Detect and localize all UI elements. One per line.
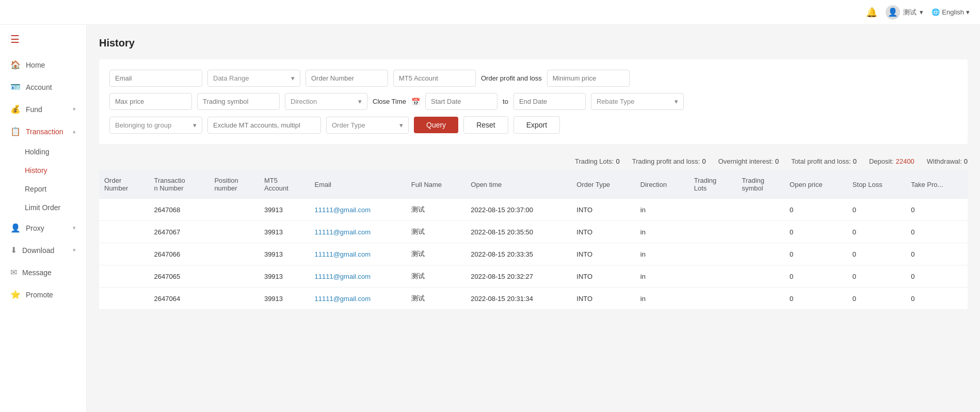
hamburger-icon[interactable]: ☰ — [0, 25, 86, 54]
datarange-chevron-icon: ▾ — [291, 74, 295, 82]
export-button[interactable]: Export — [513, 116, 560, 134]
mt5account-input[interactable] — [393, 70, 476, 87]
trading-profit-label: Trading profit and loss: — [632, 157, 700, 165]
sidebar-item-promote[interactable]: ⭐ Promote — [0, 283, 86, 306]
maxprice-input[interactable] — [109, 93, 192, 110]
col-take-profit: Take Pro... — [906, 170, 968, 199]
cell-email[interactable]: 11111@gmail.com — [310, 265, 406, 288]
language-selector[interactable]: 🌐 English ▾ — [931, 8, 970, 16]
sidebar-item-home[interactable]: 🏠 Home — [0, 54, 86, 76]
sidebar-item-limitorder[interactable]: Limit Order — [0, 198, 86, 217]
total-profit-label: Total profit and loss: — [791, 157, 851, 165]
fund-chevron-icon: ▾ — [73, 106, 76, 113]
sidebar-item-account[interactable]: 🪪 Account — [0, 76, 86, 98]
query-button[interactable]: Query — [414, 117, 458, 133]
cell-stop-loss: 0 — [847, 221, 906, 243]
tradingsymbol-input[interactable] — [197, 93, 280, 110]
datarange-label: Data Range — [213, 74, 249, 82]
col-open-price: Open price — [784, 170, 847, 199]
cell-open-price: 0 — [784, 288, 847, 310]
cell-email[interactable]: 11111@gmail.com — [310, 199, 406, 221]
proxy-icon: 👤 — [10, 223, 21, 233]
order-profit-loss-label: Order profit and loss — [481, 74, 542, 82]
cell-order-number — [99, 265, 149, 288]
cell-open-price: 0 — [784, 243, 847, 265]
sidebar-item-holding[interactable]: Holding — [0, 142, 86, 161]
user-menu[interactable]: 👤 测试 ▾ — [886, 5, 923, 20]
cell-open-price: 0 — [784, 221, 847, 243]
cell-order-type: INTO — [571, 288, 635, 310]
sidebar-item-download[interactable]: ⬇ Download ▾ — [0, 239, 86, 261]
sidebar-item-proxy[interactable]: 👤 Proxy ▾ — [0, 217, 86, 239]
sidebar-item-history[interactable]: History — [0, 161, 86, 180]
filter-row-1: Data Range ▾ Order profit and loss — [109, 70, 957, 87]
direction-select[interactable]: Direction ▾ — [285, 93, 367, 110]
stats-row: Trading Lots: 0 Trading profit and loss:… — [99, 152, 968, 170]
cell-email[interactable]: 11111@gmail.com — [310, 243, 406, 265]
ordertype-chevron-icon: ▾ — [399, 121, 403, 129]
excludemt-input[interactable] — [207, 117, 321, 134]
download-icon: ⬇ — [10, 245, 17, 255]
cell-stop-loss: 0 — [847, 243, 906, 265]
cell-trading-lots — [689, 199, 737, 221]
reset-button[interactable]: Reset — [463, 116, 508, 134]
startdate-input[interactable] — [425, 93, 497, 110]
rebatetype-chevron-icon: ▾ — [674, 98, 678, 105]
filter-row-3: Belonging to group ▾ Order Type ▾ Query … — [109, 116, 957, 134]
overnight-label: Overnight interest: — [718, 157, 773, 165]
cell-trading-symbol — [736, 288, 784, 310]
cell-mt5-account: 39913 — [259, 199, 310, 221]
sidebar-item-fund[interactable]: 💰 Fund ▾ — [0, 98, 86, 120]
withdrawal-label: Withdrawal: — [927, 157, 962, 165]
calendar-icon[interactable]: 📅 — [411, 98, 420, 106]
cell-mt5-account: 39913 — [259, 243, 310, 265]
cell-trading-lots — [689, 221, 737, 243]
cell-email[interactable]: 11111@gmail.com — [310, 221, 406, 243]
cell-mt5-account: 39913 — [259, 221, 310, 243]
ordernumber-input[interactable] — [306, 70, 388, 87]
notification-bell-icon[interactable]: 🔔 — [866, 7, 877, 18]
sidebar: ☰ 🏠 Home 🪪 Account 💰 Fund ▾ 📋 Transactio… — [0, 25, 87, 412]
group-select[interactable]: Belonging to group ▾ — [109, 117, 202, 134]
minprice-input[interactable] — [547, 70, 630, 87]
direction-label: Direction — [291, 98, 317, 105]
datarange-select[interactable]: Data Range ▾ — [207, 70, 300, 87]
sidebar-item-message[interactable]: ✉ Message — [0, 261, 86, 283]
deposit-stat: Deposit: 22400 — [869, 157, 914, 165]
cell-email[interactable]: 11111@gmail.com — [310, 288, 406, 310]
cell-order-type: INTO — [571, 199, 635, 221]
cell-open-time: 2022-08-15 20:32:27 — [465, 265, 571, 288]
lang-chevron-icon: ▾ — [966, 8, 970, 16]
ordertype-select[interactable]: Order Type ▾ — [326, 117, 409, 134]
transaction-chevron-icon: ▴ — [73, 128, 76, 135]
cell-mt5-account: 39913 — [259, 288, 310, 310]
sidebar-item-report[interactable]: Report — [0, 180, 86, 198]
cell-take-profit: 0 — [906, 221, 968, 243]
cell-open-price: 0 — [784, 265, 847, 288]
cell-trading-lots — [689, 243, 737, 265]
trading-profit-stat: Trading profit and loss: 0 — [632, 157, 706, 165]
col-order-type: Order Type — [571, 170, 635, 199]
cell-trading-symbol — [736, 265, 784, 288]
direction-chevron-icon: ▾ — [358, 98, 362, 105]
cell-order-number — [99, 221, 149, 243]
rebatetype-select[interactable]: Rebate Type ▾ — [591, 93, 684, 110]
home-icon: 🏠 — [10, 60, 21, 70]
col-order-number: OrderNumber — [99, 170, 149, 199]
cell-position-number — [209, 199, 259, 221]
group-label: Belonging to group — [115, 121, 171, 129]
sidebar-item-transaction[interactable]: 📋 Transaction ▴ — [0, 120, 86, 142]
withdrawal-stat: Withdrawal: 0 — [927, 157, 968, 165]
cell-order-type: INTO — [571, 243, 635, 265]
cell-open-time: 2022-08-15 20:31:34 — [465, 288, 571, 310]
cell-take-profit: 0 — [906, 243, 968, 265]
cell-transaction-number: 2647066 — [149, 243, 210, 265]
table-row: 26470663991311111@gmail.com测试2022-08-15 … — [99, 243, 968, 265]
email-input[interactable] — [109, 70, 202, 87]
col-position-number: Positionnumber — [209, 170, 259, 199]
col-email: Email — [310, 170, 406, 199]
enddate-input[interactable] — [513, 93, 586, 110]
cell-full-name: 测试 — [406, 199, 465, 221]
cell-open-price: 0 — [784, 199, 847, 221]
fund-icon: 💰 — [10, 104, 21, 114]
